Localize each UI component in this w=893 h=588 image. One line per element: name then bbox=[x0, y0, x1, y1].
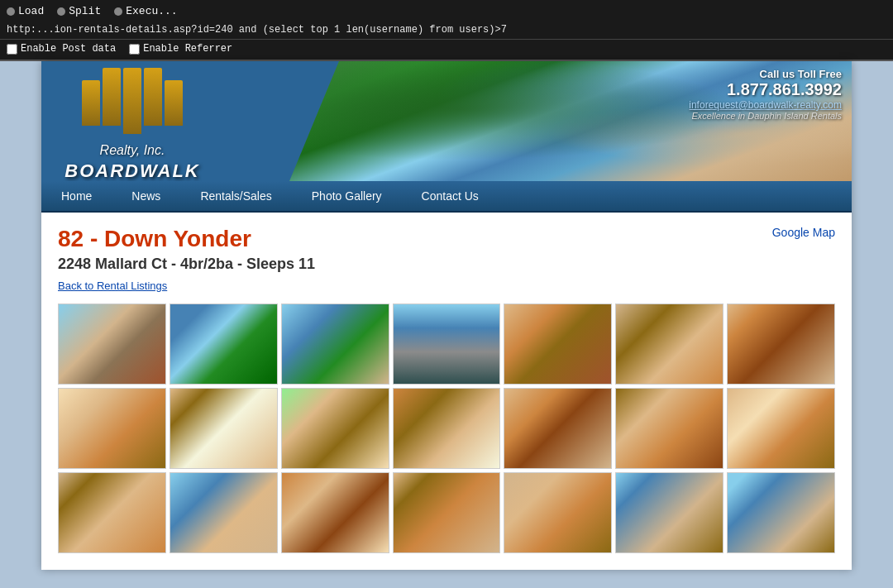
email-link[interactable]: inforequest@boardwalk-realty.com bbox=[689, 99, 842, 111]
photo-thumb-5[interactable] bbox=[504, 304, 612, 385]
header-contact: Call us Toll Free 1.877.861.3992 inforeq… bbox=[689, 68, 842, 121]
main-nav: Home News Rentals/Sales Photo Gallery Co… bbox=[41, 181, 852, 213]
photo-thumb-13[interactable] bbox=[615, 388, 723, 469]
nav-news[interactable]: News bbox=[112, 181, 180, 211]
url-bar: http:...ion-rentals-details.asp?id=240 a… bbox=[0, 22, 893, 40]
execute-button[interactable]: Execu... bbox=[114, 5, 177, 17]
photo-thumb-4[interactable] bbox=[393, 304, 501, 385]
photo-thumb-12[interactable] bbox=[504, 388, 612, 469]
toolbar: Load Split Execu... bbox=[0, 0, 893, 22]
photo-thumb-20[interactable] bbox=[615, 472, 723, 553]
nav-photo-gallery[interactable]: Photo Gallery bbox=[292, 181, 402, 211]
photo-thumb-10[interactable] bbox=[281, 388, 389, 469]
photo-thumb-18[interactable] bbox=[393, 472, 501, 553]
options-row: Enable Post data Enable Referrer bbox=[0, 40, 893, 61]
load-button[interactable]: Load bbox=[7, 5, 44, 17]
photo-thumb-9[interactable] bbox=[170, 388, 278, 469]
enable-referrer-checkbox[interactable]: Enable Referrer bbox=[129, 43, 232, 55]
logo-board-1 bbox=[82, 80, 100, 126]
logo-board-2 bbox=[103, 68, 121, 126]
logo-realty-text: Realty, Inc. bbox=[100, 143, 165, 158]
photo-grid bbox=[58, 304, 835, 553]
enable-post-checkbox[interactable]: Enable Post data bbox=[7, 43, 116, 55]
photo-thumb-11[interactable] bbox=[393, 388, 501, 469]
logo-board-5 bbox=[165, 80, 183, 126]
photo-thumb-3[interactable] bbox=[281, 304, 389, 385]
photo-thumb-21[interactable] bbox=[727, 472, 835, 553]
logo-boardwalk-text: BOARDWALK bbox=[64, 160, 199, 181]
logo-board-4 bbox=[144, 68, 162, 126]
logo-board-3 bbox=[123, 68, 141, 134]
photo-thumb-2[interactable] bbox=[170, 304, 278, 385]
main-content: Google Map 82 - Down Yonder 2248 Mallard… bbox=[41, 213, 852, 570]
property-title: 82 - Down Yonder bbox=[58, 226, 835, 252]
back-to-listings-link[interactable]: Back to Rental Listings bbox=[58, 280, 167, 292]
google-map-link[interactable]: Google Map bbox=[772, 226, 835, 239]
logo: BOARDWALK Realty, Inc. bbox=[50, 68, 215, 171]
photo-thumb-16[interactable] bbox=[170, 472, 278, 553]
toll-free-label: Call us Toll Free bbox=[689, 68, 842, 80]
nav-home[interactable]: Home bbox=[41, 181, 112, 211]
photo-thumb-15[interactable] bbox=[58, 472, 166, 553]
photo-thumb-14[interactable] bbox=[727, 388, 835, 469]
photo-thumb-8[interactable] bbox=[58, 388, 166, 469]
photo-thumb-6[interactable] bbox=[615, 304, 723, 385]
photo-thumb-1[interactable] bbox=[58, 304, 166, 385]
photo-thumb-17[interactable] bbox=[281, 472, 389, 553]
tagline: Excellence in Dauphin Island Rentals bbox=[689, 111, 842, 121]
site-header: BOARDWALK Realty, Inc. Call us Toll Free… bbox=[41, 61, 852, 181]
photo-thumb-19[interactable] bbox=[504, 472, 612, 553]
nav-rentals-sales[interactable]: Rentals/Sales bbox=[180, 181, 291, 211]
nav-contact-us[interactable]: Contact Us bbox=[402, 181, 499, 211]
property-subtitle: 2248 Mallard Ct - 4br/2ba - Sleeps 11 bbox=[58, 256, 835, 273]
logo-boards bbox=[82, 68, 183, 134]
photo-thumb-7[interactable] bbox=[727, 304, 835, 385]
phone-number: 1.877.861.3992 bbox=[689, 80, 842, 99]
split-button[interactable]: Split bbox=[57, 5, 101, 17]
